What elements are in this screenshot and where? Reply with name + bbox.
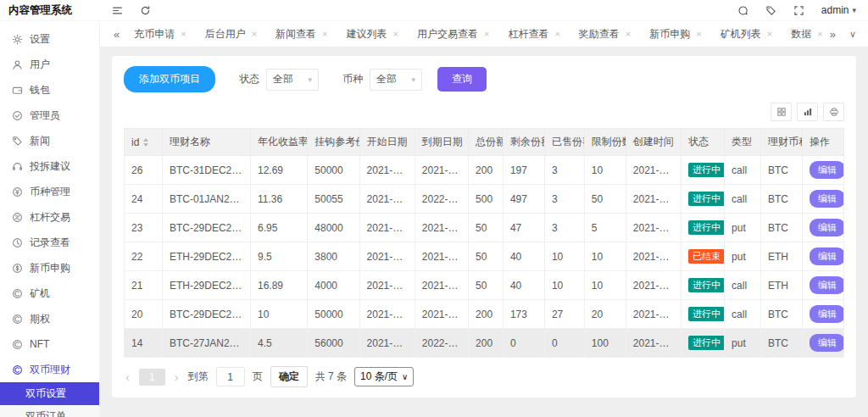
- tab-item[interactable]: 建议列表×: [337, 24, 408, 45]
- collapse-menu-icon[interactable]: [112, 5, 123, 16]
- tab-label: 新闻查看: [275, 27, 316, 42]
- edit-button[interactable]: 编辑: [810, 334, 844, 352]
- table-row: 21ETH-29DEC21-4000-C16.8940002021-12-282…: [125, 271, 844, 300]
- edit-button[interactable]: 编辑: [810, 276, 844, 294]
- check-circle-icon: [12, 110, 23, 121]
- close-icon[interactable]: ×: [696, 30, 701, 39]
- fullscreen-icon[interactable]: [793, 5, 804, 16]
- cell-type: call: [725, 300, 761, 329]
- tabs-scroll-right-icon[interactable]: »: [825, 28, 841, 41]
- cell-coin: BTC: [760, 329, 802, 358]
- close-icon[interactable]: ×: [252, 30, 257, 39]
- tab-item[interactable]: 新闻查看×: [266, 24, 337, 45]
- sidebar-item-users[interactable]: 用户: [0, 52, 99, 77]
- tabs-scroll-left-icon[interactable]: «: [108, 28, 125, 41]
- tab-label: 用户交易查看: [417, 27, 478, 42]
- circle-c-icon: [12, 314, 23, 325]
- column-header-label: 状态: [688, 135, 709, 149]
- sidebar-item-nft[interactable]: NFT: [0, 331, 99, 357]
- tabs-dropdown-icon[interactable]: ∨: [841, 29, 860, 40]
- close-icon[interactable]: ×: [817, 30, 822, 39]
- user-menu[interactable]: admin ▾: [821, 4, 856, 16]
- sidebar-item-wallet[interactable]: 钱包: [0, 77, 99, 103]
- tab-item[interactable]: 数据×: [782, 24, 825, 45]
- close-icon[interactable]: ×: [767, 30, 772, 39]
- export-button[interactable]: [797, 103, 818, 121]
- tag-icon[interactable]: [765, 5, 776, 16]
- cell-limit-count: 50: [584, 185, 626, 214]
- sidebar-item-label: 钱包: [30, 83, 50, 97]
- add-dual-project-button[interactable]: 添加双币项目: [124, 66, 215, 92]
- tab-item[interactable]: 奖励查看×: [570, 24, 640, 45]
- tab-item[interactable]: 矿机列表×: [711, 24, 782, 45]
- leverage-icon: [12, 212, 23, 223]
- table-row: 22ETH-29DEC21-3800-P9.538002021-12-28202…: [125, 242, 844, 271]
- next-page-button[interactable]: ›: [173, 370, 181, 383]
- sort-icon[interactable]: [143, 138, 148, 147]
- cell-created: 2021-12-28: [626, 242, 681, 271]
- close-icon[interactable]: ×: [554, 30, 559, 39]
- sidebar-item-settings[interactable]: 设置: [0, 26, 99, 52]
- tab-item[interactable]: 杠杆查看×: [498, 24, 569, 45]
- filter-columns-button[interactable]: [771, 103, 792, 121]
- cell-limit-count: 5: [584, 214, 626, 242]
- edit-button[interactable]: 编辑: [810, 161, 844, 179]
- sidebar-item-admins[interactable]: 管理员: [0, 103, 99, 128]
- prev-page-button[interactable]: ‹: [124, 370, 131, 383]
- tab-item[interactable]: 充币申请×: [125, 24, 195, 45]
- page-input[interactable]: [216, 367, 245, 386]
- sidebar-item-label: 币种管理: [30, 185, 70, 199]
- sidebar-subitem-dual-settings[interactable]: 双币设置: [0, 382, 99, 405]
- refresh-icon[interactable]: [140, 5, 151, 16]
- cell-name: BTC-31DEC21-50000-C: [162, 156, 250, 185]
- pagination: ‹ 1 › 到第 页 确定 共 7 条 10 条/页 ∨: [124, 366, 844, 387]
- sidebar-item-dual-finance[interactable]: 双币理财: [0, 357, 99, 382]
- close-icon[interactable]: ×: [626, 30, 631, 39]
- sidebar-item-options[interactable]: 期权: [0, 306, 99, 331]
- sidebar-item-records[interactable]: 记录查看: [0, 230, 99, 255]
- current-page[interactable]: 1: [139, 369, 165, 386]
- cell-actions: 编辑: [802, 300, 843, 329]
- confirm-page-button[interactable]: 确定: [270, 366, 308, 387]
- tab-item[interactable]: 新币申购×: [640, 24, 710, 45]
- edit-button[interactable]: 编辑: [810, 247, 844, 265]
- status-badge: 进行中: [688, 192, 725, 206]
- status-badge: 进行中: [688, 278, 725, 292]
- page-size-select[interactable]: 10 条/页 ∨: [354, 367, 414, 386]
- close-icon[interactable]: ×: [484, 30, 489, 39]
- cell-start-date: 2021-12-28: [359, 271, 415, 300]
- coin-select[interactable]: 全部 ▾: [370, 69, 422, 91]
- close-icon[interactable]: ×: [393, 30, 398, 39]
- cell-id: 23: [125, 214, 163, 242]
- cell-actions: 编辑: [802, 242, 843, 271]
- column-header[interactable]: id: [125, 129, 163, 156]
- gear-icon: [12, 34, 23, 45]
- sidebar-item-new-coin[interactable]: 新币申购: [0, 255, 99, 281]
- status-select[interactable]: 全部 ▾: [266, 69, 319, 91]
- cell-sold-shares: 3: [544, 156, 584, 185]
- sidebar-subitem-dual-orders[interactable]: 双币订单: [0, 405, 99, 417]
- close-icon[interactable]: ×: [322, 30, 327, 39]
- tab-item[interactable]: 后台用户×: [196, 24, 266, 45]
- sidebar-item-news[interactable]: 新闻: [0, 128, 99, 153]
- sidebar-item-label: 管理员: [30, 108, 60, 123]
- query-button[interactable]: 查询: [437, 67, 487, 92]
- edit-button[interactable]: 编辑: [810, 190, 844, 208]
- circle-c-icon: [12, 339, 23, 350]
- close-icon[interactable]: ×: [181, 30, 186, 39]
- sidebar-item-leverage[interactable]: 杠杆交易: [0, 204, 99, 230]
- cell-total-shares: 200: [469, 329, 504, 358]
- sidebar-item-coin-manage[interactable]: 币种管理: [0, 179, 99, 204]
- message-icon[interactable]: [737, 5, 748, 16]
- column-header: 限制份数: [584, 129, 626, 156]
- sidebar-item-suggestions[interactable]: 投拆建议: [0, 153, 99, 179]
- edit-button[interactable]: 编辑: [810, 219, 844, 236]
- column-header-label: 理财名称: [170, 135, 210, 149]
- cell-rate: 6.95: [250, 214, 307, 242]
- sidebar-item-miner[interactable]: 矿机: [0, 281, 99, 306]
- cell-sold-shares: 0: [544, 329, 584, 358]
- edit-button[interactable]: 编辑: [810, 305, 844, 323]
- column-header-label: id: [131, 136, 139, 148]
- tab-item[interactable]: 用户交易查看×: [408, 24, 498, 45]
- print-button[interactable]: [823, 103, 844, 121]
